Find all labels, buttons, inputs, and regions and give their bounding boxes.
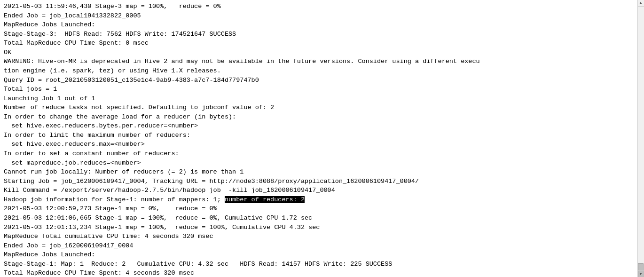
terminal-line: set hive.exec.reducers.bytes.per.reducer…: [4, 121, 634, 131]
terminal-line: tion engine (i.e. spark, tez) or using H…: [4, 66, 634, 76]
terminal-line: Total MapReduce CPU Time Spent: 4 second…: [4, 269, 634, 277]
line-text-normal: Hadoop job information for Stage-1: numb…: [4, 196, 225, 203]
terminal-line: 2021-05-03 11:59:46,430 Stage-3 map = 10…: [4, 2, 634, 11]
terminal-line: Ended Job = job_1620006109417_0004: [4, 241, 634, 251]
scrollbar-arrow-up[interactable]: ▲: [637, 0, 644, 7]
terminal-line: Launching Job 1 out of 1: [4, 94, 634, 103]
terminal-line: Kill Command = /export/server/hadoop-2.7…: [4, 186, 634, 195]
terminal-line: Stage-Stage-3: HDFS Read: 7562 HDFS Writ…: [4, 30, 634, 39]
terminal-line: Hadoop job information for Stage-1: numb…: [4, 195, 634, 205]
terminal-line: In order to change the average load for …: [4, 112, 634, 122]
terminal-line: Cannot run job locally: Number of reduce…: [4, 167, 634, 177]
terminal-line: Total jobs = 1: [4, 85, 634, 94]
terminal-window: 2021-05-03 11:59:46,430 Stage-3 map = 10…: [0, 0, 644, 277]
terminal-line: Ended Job = job_local1941332822_0005: [4, 11, 634, 21]
terminal-line: Total MapReduce CPU Time Spent: 0 msec: [4, 39, 634, 48]
terminal-line: 2021-05-03 12:01:06,665 Stage-1 map = 10…: [4, 214, 634, 223]
terminal-line: In order to limit the maximum number of …: [4, 131, 634, 140]
terminal-line: 2021-05-03 12:00:59,273 Stage-1 map = 0%…: [4, 204, 634, 214]
terminal-line: Query ID = root_20210503120051_c135e1c4-…: [4, 76, 634, 85]
terminal-output[interactable]: 2021-05-03 11:59:46,430 Stage-3 map = 10…: [0, 0, 637, 277]
terminal-line: OK: [4, 48, 634, 57]
terminal-line: 2021-05-03 12:01:13,234 Stage-1 map = 10…: [4, 223, 634, 232]
line-text-highlighted: number of reducers: 2: [225, 196, 305, 203]
terminal-line: WARNING: Hive-on-MR is deprecated in Hiv…: [4, 57, 634, 66]
terminal-line: MapReduce Jobs Launched:: [4, 20, 634, 30]
scrollbar[interactable]: ▲ ▼: [637, 0, 644, 277]
terminal-line: In order to set a constant number of red…: [4, 149, 634, 158]
terminal-line: MapReduce Total cumulative CPU time: 4 s…: [4, 232, 634, 241]
terminal-line: Starting Job = job_1620006109417_0004, T…: [4, 177, 634, 186]
terminal-line: Number of reduce tasks not specified. De…: [4, 103, 634, 112]
scrollbar-arrow-down[interactable]: ▼: [637, 270, 644, 277]
terminal-line: set hive.exec.reducers.max=<number>: [4, 140, 634, 149]
terminal-line: MapReduce Jobs Launched:: [4, 250, 634, 260]
terminal-line: set mapreduce.job.reduces=<number>: [4, 158, 634, 168]
terminal-line: Stage-Stage-1: Map: 1 Reduce: 2 Cumulati…: [4, 260, 634, 269]
